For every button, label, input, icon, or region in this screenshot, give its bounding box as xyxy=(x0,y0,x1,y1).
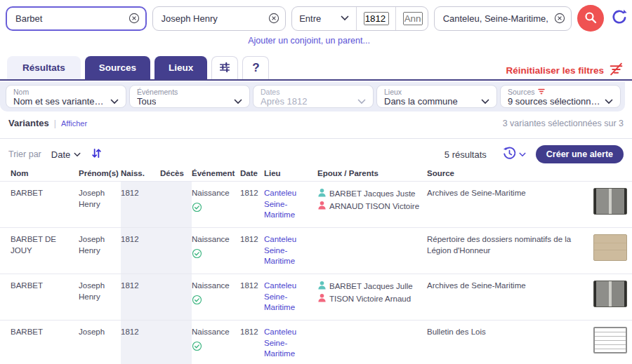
chevron-down-icon xyxy=(110,99,119,105)
col-header-prenoms: Prénom(s) xyxy=(79,169,121,177)
result-deces xyxy=(160,182,192,227)
source-thumbnail[interactable] xyxy=(593,234,627,261)
result-place-link[interactable]: Canteleu Seine-Maritime xyxy=(264,281,296,311)
year-to-input[interactable] xyxy=(403,12,423,25)
chevron-down-icon xyxy=(357,99,366,105)
result-naiss: 1812 xyxy=(121,182,160,227)
variants-show-link[interactable]: Afficher xyxy=(61,119,87,128)
tab-results[interactable]: Résultats xyxy=(7,56,81,79)
col-header-evenement: Événement xyxy=(192,169,240,177)
col-header-nom: Nom xyxy=(11,169,79,177)
father-icon xyxy=(317,281,327,293)
result-event: Naissance xyxy=(192,281,230,290)
reset-search-button[interactable] xyxy=(610,8,629,28)
reset-filters-icon xyxy=(609,62,624,79)
results-count: 5 résultats xyxy=(445,149,487,160)
table-row[interactable]: BARBET Joseph Henry 1812 Naissance 1812 … xyxy=(0,181,632,227)
result-prenoms: Joseph Henry xyxy=(79,228,121,274)
result-naiss: 1812 xyxy=(121,321,160,364)
table-row[interactable]: BARBET DE JOUY Joseph Henry 1812 Naissan… xyxy=(0,227,632,274)
filter-name[interactable]: Nom Nom et ses variantes pho... xyxy=(6,85,126,108)
filter-places[interactable]: Lieux Dans la commune xyxy=(376,85,497,108)
search-history-button[interactable] xyxy=(502,146,526,163)
top-search-bar: Entre xyxy=(6,6,629,31)
mother-icon xyxy=(317,201,327,213)
result-source: Bulletin des Lois xyxy=(427,321,593,364)
filter-dates[interactable]: Dates Après 1812 xyxy=(253,85,374,108)
filter-events-label: Événements xyxy=(137,88,242,96)
clear-icon[interactable] xyxy=(268,13,279,24)
filter-sources-label: Sources xyxy=(508,88,535,96)
result-deces xyxy=(160,321,192,364)
check-circle-icon xyxy=(192,295,240,309)
result-deces xyxy=(160,274,192,320)
col-header-deces: Décès xyxy=(160,169,192,177)
variants-separator: | xyxy=(54,119,56,128)
surname-input[interactable] xyxy=(15,13,126,24)
table-row[interactable]: BARBET Joseph Henry 1812 Naissance 1812 … xyxy=(0,274,632,320)
source-thumbnail[interactable] xyxy=(593,281,627,307)
firstname-field[interactable] xyxy=(152,6,287,31)
year-operator-value: Entre xyxy=(299,13,321,24)
result-place-link[interactable]: Canteleu Seine-Maritime xyxy=(264,328,296,358)
add-relative-link[interactable]: Ajouter un conjoint, un parent... xyxy=(248,36,370,46)
source-thumbnail[interactable] xyxy=(593,188,627,215)
result-nom: BARBET xyxy=(11,321,79,364)
year-operator-select[interactable]: Entre xyxy=(292,7,355,30)
variants-title: Variantes xyxy=(8,118,49,128)
result-prenoms: Joseph Henry xyxy=(79,274,121,320)
place-field[interactable] xyxy=(434,6,572,31)
search-button[interactable] xyxy=(577,5,604,32)
result-naiss: 1812 xyxy=(121,274,160,320)
filter-dates-value: Après 1812 xyxy=(261,96,308,107)
filter-events[interactable]: Événements Tous xyxy=(129,85,250,108)
tab-sources[interactable]: Sources xyxy=(85,56,150,79)
chevron-down-icon xyxy=(481,99,489,105)
source-thumbnail[interactable] xyxy=(593,327,627,353)
col-header-source: Source xyxy=(427,169,593,177)
chevron-down-icon xyxy=(341,15,349,21)
col-header-date: Date xyxy=(240,169,264,177)
filter-name-label: Nom xyxy=(13,88,119,96)
result-naiss: 1812 xyxy=(121,228,160,274)
mother-icon xyxy=(317,293,327,306)
filter-sources-value: 9 sources sélectionnées xyxy=(508,96,602,107)
result-place-link[interactable]: Canteleu Seine-Maritime xyxy=(264,235,296,265)
reset-filters-button[interactable]: Réinitialiser les filtres xyxy=(506,62,624,79)
firstname-input[interactable] xyxy=(162,13,266,24)
table-row[interactable]: BARBET Joseph 1812 Naissance 1812 Cantel… xyxy=(0,320,632,364)
year-from-input[interactable] xyxy=(364,12,389,25)
year-from-field[interactable] xyxy=(356,7,395,30)
filter-name-value: Nom et ses variantes pho... xyxy=(13,96,107,107)
clear-icon[interactable] xyxy=(554,13,565,24)
chevron-down-icon xyxy=(605,99,613,105)
tab-places[interactable]: Lieux xyxy=(154,56,207,79)
chevron-down-icon xyxy=(74,152,81,157)
result-parent2: TISON Victoire Arnaud xyxy=(329,294,411,305)
sort-field-select[interactable]: Date xyxy=(51,149,81,160)
year-range-group: Entre xyxy=(291,6,428,31)
result-nom: BARBET xyxy=(11,182,79,227)
result-place-link[interactable]: Canteleu Seine-Maritime xyxy=(264,189,296,219)
create-alert-button[interactable]: Créer une alerte xyxy=(536,145,624,163)
filter-strip: Nom Nom et ses variantes pho... Événemen… xyxy=(0,82,625,112)
tab-help[interactable]: ? xyxy=(242,56,269,79)
check-circle-icon xyxy=(192,248,240,262)
clear-icon[interactable] xyxy=(129,13,140,24)
add-relative-row: Ajouter un conjoint, un parent... xyxy=(0,34,618,46)
chevron-down-icon xyxy=(234,99,242,105)
result-parent2: ARNAUD TISON Victoire xyxy=(329,201,419,213)
variants-summary: 3 variantes sélectionnées sur 3 xyxy=(503,119,624,128)
sources-filter-flag-icon xyxy=(538,88,545,96)
table-header-row: Nom Prénom(s) Naiss. Décès Événement Dat… xyxy=(0,166,632,181)
divider xyxy=(0,138,632,139)
sort-direction-button[interactable] xyxy=(91,147,103,162)
surname-field[interactable] xyxy=(6,6,147,31)
sort-arrows-icon xyxy=(91,147,103,162)
filter-sources[interactable]: Sources 9 sources sélectionnées xyxy=(500,85,621,108)
result-parent1: BARBET Jacques Julle xyxy=(329,281,413,292)
tab-advanced-filters[interactable] xyxy=(211,56,238,79)
father-icon xyxy=(317,188,327,201)
year-to-field[interactable] xyxy=(395,7,428,30)
place-input[interactable] xyxy=(443,13,552,24)
